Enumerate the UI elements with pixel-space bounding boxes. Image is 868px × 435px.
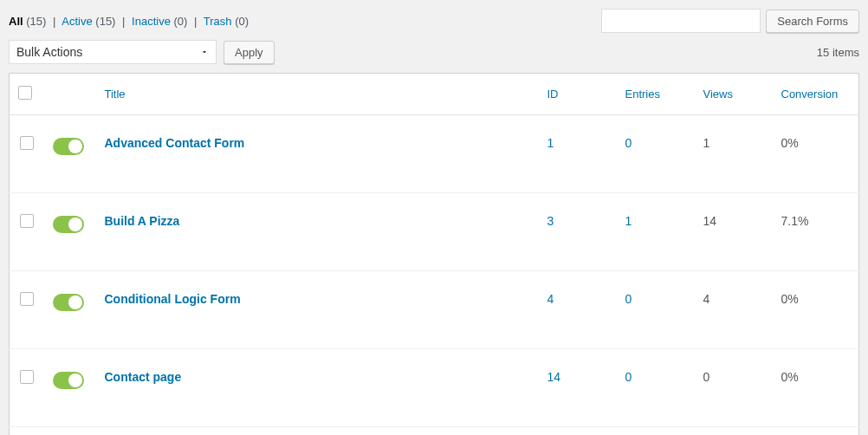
- form-title-link[interactable]: Conditional Logic Form: [105, 292, 241, 306]
- form-views: 4: [703, 292, 710, 306]
- form-title-link[interactable]: Contact page: [105, 370, 182, 384]
- filter-active-count: (15): [95, 15, 115, 28]
- form-id-link[interactable]: 4: [547, 292, 554, 306]
- search-button[interactable]: Search Forms: [766, 10, 859, 33]
- form-id-link[interactable]: 3: [547, 214, 554, 228]
- bulk-actions-select[interactable]: Bulk Actions: [9, 40, 217, 64]
- row-checkbox[interactable]: [20, 214, 34, 228]
- form-conversion: 0%: [781, 370, 799, 384]
- form-conversion: 7.1%: [781, 214, 809, 228]
- form-views: 0: [703, 370, 710, 384]
- table-row: Conditional Logic Form 4 0 4 0%: [10, 271, 859, 349]
- top-bar: All (15) | Active (15) | Inactive (0) | …: [0, 0, 868, 40]
- select-all-checkbox[interactable]: [18, 86, 32, 100]
- active-toggle[interactable]: [53, 372, 84, 389]
- active-toggle[interactable]: [53, 294, 84, 311]
- apply-button[interactable]: Apply: [223, 41, 275, 64]
- form-id-link[interactable]: 1: [547, 136, 554, 150]
- form-title-link[interactable]: Build A Pizza: [105, 214, 180, 228]
- form-conversion: 0%: [781, 136, 799, 150]
- table-row: Contact page 14 0 0 0%: [10, 349, 859, 427]
- filter-trash-count: (0): [235, 15, 249, 28]
- search-area: Search Forms: [601, 9, 859, 33]
- row-checkbox[interactable]: [20, 370, 34, 384]
- filter-all[interactable]: All: [9, 15, 23, 28]
- status-filters: All (15) | Active (15) | Inactive (0) | …: [9, 15, 249, 28]
- filter-trash[interactable]: Trash: [204, 15, 232, 28]
- search-input[interactable]: [601, 9, 761, 33]
- table-row: Advanced Contact Form 1 0 1 0%: [10, 115, 859, 193]
- form-conversion: 0%: [781, 292, 799, 306]
- actions-bar: Bulk Actions Apply 15 items: [0, 40, 868, 73]
- filter-all-count: (15): [26, 15, 46, 28]
- form-entries-link[interactable]: 0: [625, 136, 632, 150]
- table-row: Employment Application 5 0 0 0%: [10, 427, 859, 436]
- form-title-link[interactable]: Advanced Contact Form: [105, 136, 245, 150]
- filter-active[interactable]: Active: [62, 15, 92, 28]
- filter-inactive-count: (0): [174, 15, 188, 28]
- column-title[interactable]: Title: [105, 88, 126, 101]
- column-id[interactable]: ID: [547, 88, 559, 101]
- row-checkbox[interactable]: [20, 136, 34, 150]
- form-id-link[interactable]: 14: [547, 370, 561, 384]
- form-views: 1: [703, 136, 710, 150]
- active-toggle[interactable]: [53, 138, 84, 155]
- filter-inactive[interactable]: Inactive: [132, 15, 171, 28]
- forms-table: Title ID Entries Views Conversion Advanc…: [9, 73, 859, 435]
- form-entries-link[interactable]: 1: [625, 214, 632, 228]
- column-views[interactable]: Views: [703, 88, 733, 101]
- form-entries-link[interactable]: 0: [625, 292, 632, 306]
- column-entries[interactable]: Entries: [625, 88, 660, 101]
- table-row: Build A Pizza 3 1 14 7.1%: [10, 193, 859, 271]
- items-count: 15 items: [817, 46, 859, 59]
- row-checkbox[interactable]: [20, 292, 34, 306]
- form-views: 14: [703, 214, 717, 228]
- active-toggle[interactable]: [53, 216, 84, 233]
- column-conversion[interactable]: Conversion: [781, 88, 839, 101]
- form-entries-link[interactable]: 0: [625, 370, 632, 384]
